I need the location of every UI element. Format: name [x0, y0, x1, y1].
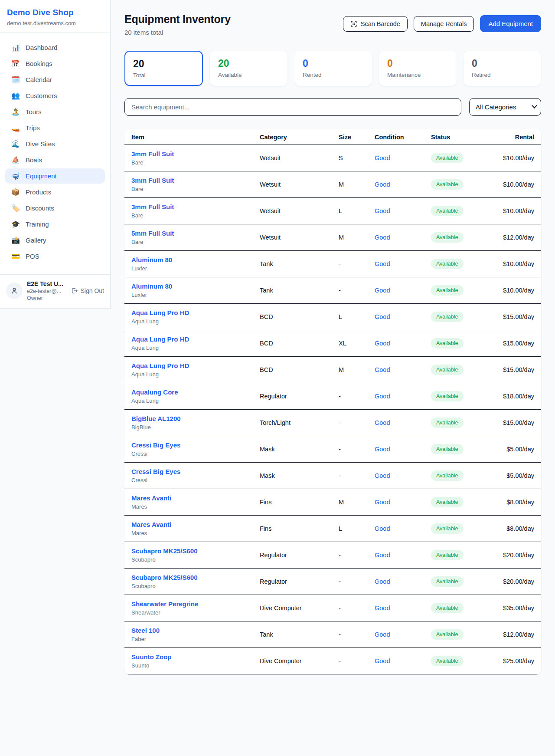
condition-link[interactable]: Good: [375, 499, 390, 506]
condition-link[interactable]: Good: [375, 340, 390, 347]
item-name-link[interactable]: Aqua Lung Pro HD: [131, 362, 246, 369]
item-name-link[interactable]: 3mm Full Suit: [131, 177, 246, 184]
item-brand: Mares: [131, 503, 246, 510]
item-name-link[interactable]: Shearwater Peregrine: [131, 600, 246, 608]
condition-link[interactable]: Good: [375, 234, 390, 241]
item-name-link[interactable]: Aluminum 80: [131, 256, 246, 263]
rental-cell: $5.00/day: [480, 436, 541, 463]
sidebar-nav-item[interactable]: ⛵ Boats: [5, 152, 105, 168]
item-name-link[interactable]: 3mm Full Suit: [131, 203, 246, 210]
condition-link[interactable]: Good: [375, 446, 390, 453]
stat-card[interactable]: 0 Rented: [294, 51, 372, 86]
item-brand: Bare: [131, 186, 246, 192]
sidebar-nav-item[interactable]: 🏷️ Discounts: [5, 201, 105, 216]
condition-link[interactable]: Good: [375, 525, 390, 532]
condition-link[interactable]: Good: [375, 657, 390, 664]
item-cell: Aqualung Core Aqua Lung: [124, 383, 253, 410]
sidebar-nav-item[interactable]: 🗓️ Calendar: [5, 72, 105, 87]
item-name-link[interactable]: Suunto Zoop: [131, 653, 246, 661]
table-header: Item Category Size Condition Status Rent…: [124, 129, 541, 145]
item-cell: 3mm Full Suit Bare: [124, 171, 253, 198]
stat-label: Retired: [472, 72, 533, 78]
table-row: Aqualung Core Aqua Lung Regulator - Good…: [124, 383, 541, 410]
condition-link[interactable]: Good: [375, 366, 390, 373]
sidebar-nav-item[interactable]: 🎓 Training: [5, 217, 105, 232]
status-badge: Available: [431, 656, 464, 666]
stat-card[interactable]: 20 Available: [210, 51, 287, 86]
category-select[interactable]: All Categories: [469, 98, 541, 116]
sidebar-nav-item[interactable]: 👥 Customers: [5, 88, 105, 103]
barcode-scan-icon: [350, 20, 357, 27]
condition-cell: Good: [368, 277, 424, 304]
sidebar-nav-item[interactable]: 📦 Products: [5, 184, 105, 200]
condition-link[interactable]: Good: [375, 631, 390, 638]
nav-item-icon: 🎓: [11, 221, 20, 228]
stat-card[interactable]: 0 Retired: [464, 51, 541, 86]
condition-link[interactable]: Good: [375, 419, 390, 426]
item-name-link[interactable]: Cressi Big Eyes: [131, 441, 246, 449]
stat-card[interactable]: 0 Maintenance: [379, 51, 457, 86]
item-name-link[interactable]: Scubapro MK25/S600: [131, 574, 246, 581]
item-name-link[interactable]: Scubapro MK25/S600: [131, 547, 246, 555]
nav-item-icon: 🏝️: [11, 108, 20, 115]
sidebar-nav-item[interactable]: 🏝️ Tours: [5, 104, 105, 119]
page-title: Equipment Inventory: [124, 13, 231, 26]
item-name-link[interactable]: Mares Avanti: [131, 494, 246, 502]
item-name-link[interactable]: 5mm Full Suit: [131, 230, 246, 237]
sidebar-nav-item[interactable]: 🤿 Equipment: [5, 168, 105, 184]
item-name-link[interactable]: Aluminum 80: [131, 283, 246, 290]
condition-link[interactable]: Good: [375, 552, 390, 559]
sidebar-nav-item[interactable]: 📸 Gallery: [5, 233, 105, 248]
nav-item-icon: 🗓️: [11, 76, 20, 83]
condition-link[interactable]: Good: [375, 313, 390, 320]
rental-cell: $10.00/day: [480, 198, 541, 224]
condition-link[interactable]: Good: [375, 181, 390, 188]
sidebar-nav-item[interactable]: 🚤 Trips: [5, 120, 105, 135]
add-equipment-button[interactable]: Add Equipment: [480, 15, 541, 32]
category-cell: Wetsuit: [253, 198, 332, 224]
item-name-link[interactable]: 3mm Full Suit: [131, 150, 246, 158]
stat-card[interactable]: 20 Total: [124, 51, 203, 86]
brand-domain: demo.test.divestreams.com: [7, 20, 103, 26]
item-name-link[interactable]: Steel 100: [131, 627, 246, 634]
sidebar-nav-item[interactable]: 💳 POS: [5, 249, 105, 264]
status-cell: Available: [424, 648, 480, 674]
item-name-link[interactable]: Aqualung Core: [131, 388, 246, 396]
rental-cell: $5.00/day: [480, 463, 541, 489]
condition-link[interactable]: Good: [375, 393, 390, 400]
rental-cell: $10.00/day: [480, 277, 541, 304]
scan-barcode-button[interactable]: Scan Barcode: [343, 16, 408, 32]
nav-item-label: POS: [26, 253, 39, 260]
sidebar-nav-item[interactable]: 📅 Bookings: [5, 56, 105, 71]
condition-link[interactable]: Good: [375, 578, 390, 585]
avatar: [6, 283, 23, 299]
condition-link[interactable]: Good: [375, 154, 390, 161]
category-cell: BCD: [253, 357, 332, 383]
status-badge: Available: [431, 629, 464, 640]
item-name-link[interactable]: Aqua Lung Pro HD: [131, 335, 246, 343]
condition-cell: Good: [368, 569, 424, 595]
sidebar-nav-item[interactable]: 🌊 Dive Sites: [5, 136, 105, 151]
category-cell: Tank: [253, 621, 332, 648]
item-name-link[interactable]: Aqua Lung Pro HD: [131, 309, 246, 316]
user-name: E2E Test U...: [27, 280, 67, 287]
condition-link[interactable]: Good: [375, 287, 390, 294]
search-input[interactable]: [124, 98, 461, 116]
size-cell: M: [332, 489, 368, 516]
nav-item-label: Products: [26, 188, 51, 196]
status-cell: Available: [424, 595, 480, 621]
item-name-link[interactable]: Cressi Big Eyes: [131, 468, 246, 475]
item-name-link[interactable]: BigBlue AL1200: [131, 415, 246, 422]
condition-link[interactable]: Good: [375, 260, 390, 267]
sign-out-button[interactable]: Sign Out: [71, 287, 104, 294]
nav-item-icon: 📸: [11, 237, 20, 244]
condition-link[interactable]: Good: [375, 207, 390, 214]
status-badge: Available: [431, 550, 464, 560]
manage-rentals-button[interactable]: Manage Rentals: [414, 16, 474, 32]
equipment-table-card: Item Category Size Condition Status Rent…: [124, 129, 541, 674]
sign-out-label: Sign Out: [81, 287, 104, 294]
item-name-link[interactable]: Mares Avanti: [131, 521, 246, 528]
sidebar-nav-item[interactable]: 📊 Dashboard: [5, 40, 105, 55]
condition-link[interactable]: Good: [375, 605, 390, 611]
condition-link[interactable]: Good: [375, 472, 390, 479]
